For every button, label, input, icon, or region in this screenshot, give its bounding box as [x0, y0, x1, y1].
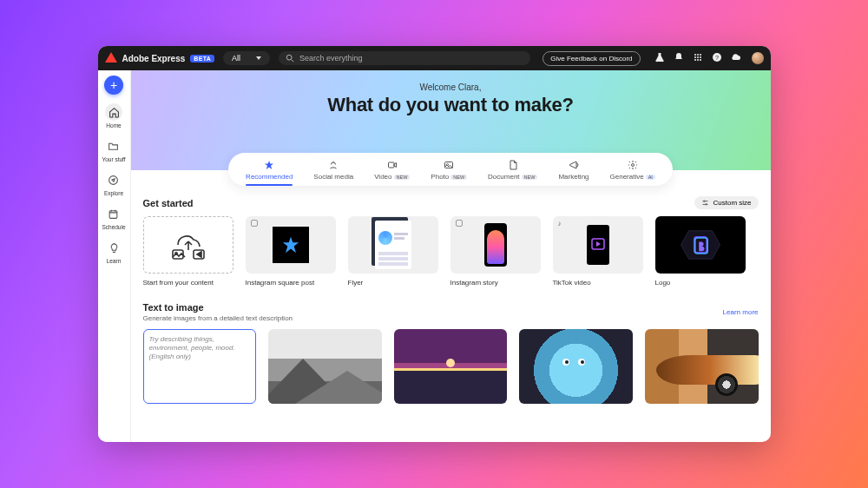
- sample-image-car[interactable]: [645, 329, 759, 404]
- sample-image-sunset[interactable]: [394, 329, 508, 404]
- sample-image-mountain[interactable]: [268, 329, 382, 404]
- labs-icon[interactable]: [654, 52, 665, 64]
- svg-point-6: [697, 56, 699, 58]
- chevron-down-icon: [256, 56, 261, 60]
- brand-name: Adobe Express: [122, 54, 186, 63]
- text-to-image-prompt-input[interactable]: Try describing things, environment, peop…: [143, 329, 257, 404]
- sidebar-item-home[interactable]: Home: [105, 103, 122, 129]
- template-logo[interactable]: Logo: [655, 216, 746, 287]
- svg-point-21: [631, 164, 634, 167]
- text-to-image-row: Try describing things, environment, peop…: [143, 329, 759, 404]
- tab-document[interactable]: DocumentNEW: [488, 160, 537, 181]
- sidebar-item-explore[interactable]: Explore: [104, 171, 123, 196]
- template-row: Start from your content Instagram square…: [143, 216, 759, 287]
- tab-social-media[interactable]: Social media: [313, 160, 353, 181]
- help-icon[interactable]: ?: [712, 52, 722, 64]
- search-input[interactable]: [299, 54, 523, 63]
- topbar-icons: ?: [654, 52, 741, 64]
- hero-heading: What do you want to make?: [327, 94, 573, 116]
- main-content: Welcome Clara, What do you want to make?…: [131, 70, 771, 442]
- svg-point-8: [694, 59, 696, 61]
- compass-icon: [105, 171, 122, 188]
- svg-point-2: [694, 54, 696, 56]
- svg-rect-14: [110, 210, 118, 218]
- template-start-from-content[interactable]: Start from your content: [143, 216, 233, 287]
- add-button[interactable]: +: [104, 76, 123, 95]
- svg-point-0: [286, 55, 292, 60]
- beta-badge: BETA: [190, 55, 214, 63]
- sidebar-item-your-stuff[interactable]: Your stuff: [102, 137, 125, 162]
- tab-generative[interactable]: GenerativeAI: [610, 160, 655, 181]
- tab-recommended[interactable]: Recommended: [246, 160, 293, 181]
- tab-marketing[interactable]: Marketing: [558, 160, 589, 181]
- svg-point-9: [697, 59, 699, 61]
- apps-icon[interactable]: [693, 52, 703, 64]
- template-tiktok-video[interactable]: ♪ TikTok video: [553, 216, 643, 287]
- topbar: Adobe Express BETA All Give Feedback on …: [98, 46, 771, 70]
- search-box[interactable]: [279, 51, 530, 65]
- upload-icon: [143, 216, 233, 274]
- category-bar: Recommended Social media VideoNEW PhotoN…: [228, 153, 673, 186]
- svg-point-4: [700, 54, 701, 56]
- section-subtitle-text-to-image: Generate images from a detailed text des…: [143, 314, 293, 322]
- svg-text:?: ?: [715, 55, 719, 61]
- section-title-text-to-image: Text to image: [143, 302, 293, 313]
- svg-point-24: [704, 201, 706, 202]
- feedback-button[interactable]: Give Feedback on Discord: [542, 51, 640, 66]
- svg-point-3: [697, 54, 699, 56]
- filter-dropdown[interactable]: All: [223, 51, 270, 65]
- svg-point-7: [700, 56, 701, 58]
- search-icon: [286, 54, 294, 63]
- sidebar: + Home Your stuff Explore Schedule Learn: [98, 70, 131, 442]
- sidebar-item-learn[interactable]: Learn: [105, 239, 122, 264]
- section-title-get-started: Get started: [143, 198, 194, 208]
- tab-video[interactable]: VideoNEW: [374, 160, 410, 181]
- calendar-icon: [105, 205, 122, 222]
- avatar[interactable]: [752, 52, 764, 64]
- creative-cloud-icon[interactable]: [731, 52, 741, 64]
- template-instagram-square[interactable]: Instagram square post: [246, 216, 336, 287]
- notifications-icon[interactable]: [674, 52, 684, 64]
- hero: Welcome Clara, What do you want to make?…: [131, 70, 771, 170]
- welcome-text: Welcome Clara,: [420, 82, 482, 92]
- svg-point-25: [706, 204, 707, 206]
- svg-point-10: [700, 59, 701, 61]
- filter-dropdown-label: All: [232, 54, 240, 63]
- app-window: Adobe Express BETA All Give Feedback on …: [98, 46, 771, 442]
- custom-size-button[interactable]: Custom size: [694, 196, 758, 209]
- learn-more-link[interactable]: Learn more: [723, 308, 759, 316]
- folder-icon: [105, 137, 122, 155]
- adobe-logo-icon: [105, 52, 117, 64]
- template-instagram-story[interactable]: Instagram story: [450, 216, 541, 287]
- svg-point-13: [109, 175, 118, 184]
- template-flyer[interactable]: Flyer: [348, 216, 438, 287]
- sidebar-item-schedule[interactable]: Schedule: [102, 205, 125, 230]
- svg-point-5: [694, 56, 696, 58]
- tab-photo[interactable]: PhotoNEW: [431, 160, 467, 181]
- sample-image-creature[interactable]: [519, 329, 633, 404]
- lightbulb-icon: [105, 239, 122, 256]
- svg-rect-18: [388, 162, 394, 168]
- home-icon: [105, 103, 122, 121]
- svg-line-1: [292, 60, 294, 63]
